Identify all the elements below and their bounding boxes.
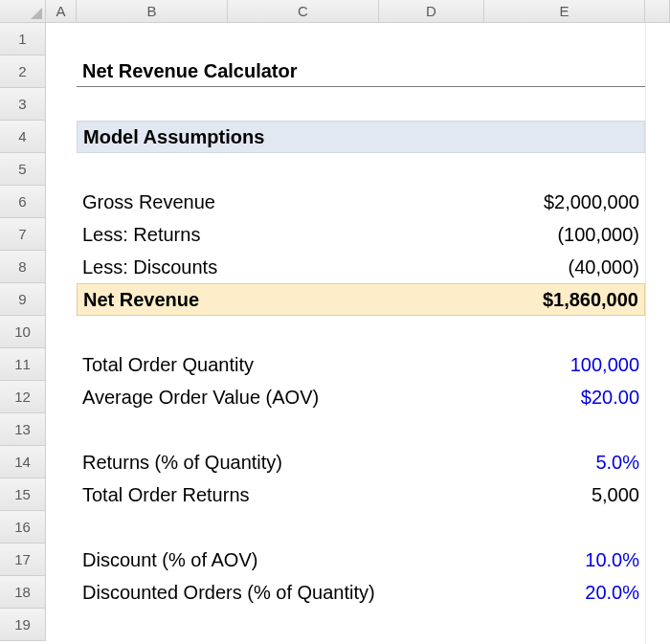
gridline (645, 23, 646, 644)
row-header[interactable]: 8 (0, 251, 46, 283)
row-returns-pct[interactable]: Returns (% of Quantity) 5.0% (77, 446, 645, 478)
row-header[interactable]: 12 (0, 381, 46, 413)
row-header[interactable]: 17 (0, 544, 46, 576)
col-header-A[interactable]: A (46, 0, 77, 23)
cell-value: 5,000 (484, 484, 645, 506)
col-header-next[interactable] (645, 0, 670, 23)
row-header[interactable]: 13 (0, 413, 46, 446)
row-header[interactable]: 3 (0, 88, 46, 121)
cell-label: Discount (% of AOV) (77, 549, 484, 571)
cell-value: 100,000 (484, 354, 645, 376)
row-header[interactable]: 14 (0, 446, 46, 478)
row-header[interactable]: 19 (0, 609, 46, 641)
cell-value: $2,000,000 (484, 191, 645, 213)
row-header[interactable]: 9 (0, 283, 46, 316)
col-header-E[interactable]: E (484, 0, 645, 23)
row-less-returns[interactable]: Less: Returns (100,000) (77, 218, 645, 251)
title-row[interactable]: Net Revenue Calculator (77, 56, 645, 87)
col-header-C[interactable]: C (228, 0, 379, 23)
cell-value: (100,000) (484, 224, 645, 246)
row-net-revenue[interactable]: Net Revenue $1,860,000 (77, 283, 645, 316)
cell-label: Total Order Quantity (77, 354, 484, 376)
cell-grid[interactable]: Net Revenue Calculator Model Assumptions… (46, 23, 670, 644)
cell-label: Average Order Value (AOV) (77, 387, 484, 409)
section-header-label: Model Assumptions (78, 126, 644, 148)
row-header-col: 1 2 3 4 5 6 7 8 9 10 11 12 13 14 15 16 1… (0, 23, 46, 644)
col-header-D[interactable]: D (379, 0, 484, 23)
col-header-B[interactable]: B (77, 0, 228, 23)
row-header[interactable]: 11 (0, 348, 46, 381)
row-header[interactable]: 6 (0, 186, 46, 218)
row-header[interactable]: 4 (0, 121, 46, 153)
cell-value: $20.00 (484, 387, 645, 409)
row-header[interactable]: 1 (0, 23, 46, 56)
row-discount-pct[interactable]: Discount (% of AOV) 10.0% (77, 544, 645, 576)
page-title: Net Revenue Calculator (77, 60, 645, 82)
row-header[interactable]: 2 (0, 56, 46, 88)
row-header[interactable]: 16 (0, 511, 46, 544)
select-all-corner[interactable] (0, 0, 46, 23)
cell-value: (40,000) (484, 256, 645, 278)
cell-label: Less: Discounts (77, 256, 484, 278)
row-less-discounts[interactable]: Less: Discounts (40,000) (77, 251, 645, 283)
cell-label: Gross Revenue (77, 191, 484, 213)
row-header[interactable]: 18 (0, 576, 46, 609)
spreadsheet: A B C D E 1 2 3 4 5 6 7 8 9 10 11 12 13 … (0, 0, 670, 644)
cell-label: Returns (% of Quantity) (77, 452, 484, 474)
row-header[interactable]: 7 (0, 218, 46, 251)
row-discounted-orders-pct[interactable]: Discounted Orders (% of Quantity) 20.0% (77, 576, 645, 609)
row-total-order-qty[interactable]: Total Order Quantity 100,000 (77, 348, 645, 381)
row-header[interactable]: 10 (0, 316, 46, 348)
cell-value: 5.0% (484, 452, 645, 474)
column-header-row: A B C D E (0, 0, 670, 23)
cell-value: 20.0% (484, 582, 645, 604)
cell-value: 10.0% (484, 549, 645, 571)
row-gross-revenue[interactable]: Gross Revenue $2,000,000 (77, 186, 645, 218)
cell-value: $1,860,000 (483, 289, 644, 311)
row-header[interactable]: 5 (0, 153, 46, 186)
cell-label: Net Revenue (78, 289, 483, 311)
row-total-order-returns[interactable]: Total Order Returns 5,000 (77, 478, 645, 511)
row-header[interactable]: 15 (0, 478, 46, 511)
cell-label: Discounted Orders (% of Quantity) (77, 582, 484, 604)
cell-label: Total Order Returns (77, 484, 484, 506)
section-header[interactable]: Model Assumptions (77, 121, 645, 153)
row-aov[interactable]: Average Order Value (AOV) $20.00 (77, 381, 645, 413)
cell-label: Less: Returns (77, 224, 484, 246)
